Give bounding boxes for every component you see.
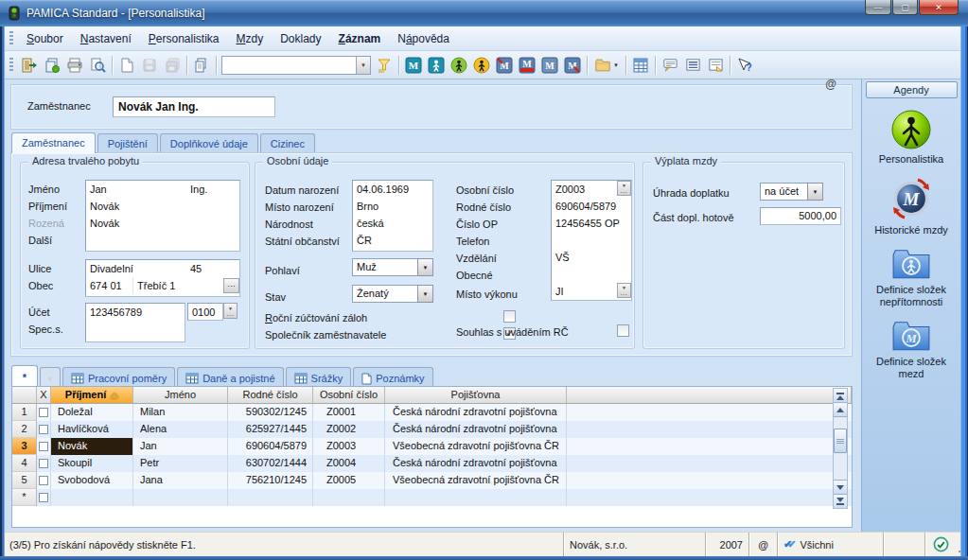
- row-number[interactable]: 2: [12, 421, 37, 438]
- rozena-field[interactable]: Novák: [90, 215, 239, 232]
- tab-cizinec[interactable]: Cizinec: [260, 133, 315, 153]
- firstname-cell[interactable]: [133, 489, 228, 506]
- sidebar-item-definice-slozek-mezd[interactable]: M Definice složek mezd: [864, 319, 959, 380]
- scroll-up-button[interactable]: [834, 403, 847, 417]
- minimize-button[interactable]: —: [865, 0, 891, 15]
- status-year[interactable]: 2007: [705, 533, 748, 556]
- copy-button[interactable]: [190, 54, 213, 77]
- insurer-cell[interactable]: Česká národní zdravotní pojišťovna: [385, 404, 567, 421]
- row-number[interactable]: 3: [12, 438, 37, 455]
- personalnum-cell[interactable]: Z0005: [313, 472, 385, 489]
- agendy-header-button[interactable]: Agendy: [866, 81, 958, 98]
- dropdown-button[interactable]: ▼: [417, 258, 433, 276]
- row-number[interactable]: 5: [12, 472, 37, 489]
- row-number[interactable]: *: [12, 489, 37, 506]
- employee-teal-button[interactable]: [425, 54, 448, 77]
- table-row[interactable]: 4 Skoupil Petr 630702/1444 Z0004 Česká n…: [12, 455, 852, 472]
- firstname-cell[interactable]: Jana: [133, 472, 228, 489]
- stav-dropdown[interactable]: Ženatý ▼: [352, 285, 433, 303]
- exit-button[interactable]: [18, 54, 41, 77]
- misto-field[interactable]: Brno: [357, 198, 432, 215]
- scroll-last-button[interactable]: [834, 494, 847, 508]
- person-active-button[interactable]: [448, 54, 470, 77]
- filter-button[interactable]: [373, 54, 396, 77]
- table-scrollbar[interactable]: [833, 388, 848, 509]
- insurer-cell[interactable]: [385, 489, 567, 506]
- tab-doplnkove-udaje[interactable]: Doplňkové údaje: [160, 133, 258, 153]
- vzdelani-field[interactable]: VŠ: [555, 249, 631, 266]
- cislo-op-field[interactable]: 12456455 OP: [555, 215, 631, 232]
- personalnum-cell[interactable]: Z0004: [313, 455, 385, 472]
- souhlas-checkbox[interactable]: [617, 324, 629, 337]
- new-record-button[interactable]: [115, 54, 138, 77]
- tab-srazky[interactable]: Srážky: [286, 367, 352, 386]
- surname-cell-selected[interactable]: Novák: [51, 438, 133, 455]
- print-preview-button[interactable]: [86, 54, 109, 77]
- row-select-cell[interactable]: [37, 404, 51, 421]
- pohlavi-value[interactable]: Muž: [352, 258, 417, 276]
- menu-nastaveni[interactable]: Nastavení: [72, 28, 140, 49]
- comment-button[interactable]: [659, 54, 681, 77]
- uhrada-value[interactable]: na účet: [760, 183, 807, 201]
- table-row[interactable]: 5 Svobodová Jana 756210/1245 Z0005 Všeob…: [12, 472, 852, 489]
- row-select-cell[interactable]: [37, 421, 51, 438]
- wage-doc-4-button[interactable]: M: [561, 54, 584, 77]
- surname-cell[interactable]: Svobodová: [51, 472, 133, 489]
- datum-field[interactable]: 04.06.1969: [357, 181, 432, 198]
- search-combobox-value[interactable]: [222, 57, 356, 74]
- print-button[interactable]: [63, 54, 86, 77]
- header-jmeno[interactable]: Jméno: [133, 387, 228, 404]
- menu-napoveda[interactable]: Nápověda: [389, 28, 458, 49]
- obecne-field[interactable]: [555, 266, 631, 283]
- context-help-button[interactable]: ?: [733, 54, 756, 77]
- titul-field[interactable]: Ing.: [190, 181, 239, 198]
- header-x[interactable]: X: [37, 387, 51, 404]
- scrollbar-track[interactable]: [834, 417, 847, 480]
- birthnum-cell[interactable]: 690604/5879: [228, 438, 313, 455]
- birthnum-cell[interactable]: 590302/1245: [228, 404, 313, 421]
- firstname-cell[interactable]: Jan: [133, 438, 228, 455]
- osobni-cislo-field[interactable]: Z0003: [555, 181, 617, 198]
- row-checkbox[interactable]: [39, 459, 48, 468]
- wage-doc-2-button[interactable]: M: [516, 54, 538, 77]
- uhrada-dropdown[interactable]: na účet ▼: [760, 183, 823, 201]
- dalsi-field[interactable]: [90, 232, 239, 249]
- firstname-cell[interactable]: Petr: [133, 455, 228, 472]
- notes-list-button[interactable]: [681, 54, 704, 77]
- misto-vykonu-field[interactable]: JI: [555, 283, 617, 300]
- open-agenda-button[interactable]: ▼: [590, 54, 623, 77]
- narodnost-field[interactable]: česká: [357, 215, 432, 232]
- sidebar-item-definice-slozek-nepritomnosti[interactable]: Definice složek nepřítomnosti: [864, 247, 959, 308]
- search-combobox[interactable]: ▼: [221, 56, 371, 75]
- scroll-down-button[interactable]: [834, 480, 847, 494]
- osobni-picker-button[interactable]: ▼…: [617, 181, 631, 196]
- telefon-field[interactable]: [555, 232, 631, 249]
- toolbar-grip[interactable]: [9, 58, 13, 73]
- wages-button[interactable]: M: [402, 54, 425, 77]
- save-all-button[interactable]: [161, 54, 184, 77]
- ucet-field[interactable]: 123456789: [90, 304, 185, 321]
- header-osobni-cislo[interactable]: Osobní číslo: [313, 387, 385, 404]
- menu-soubor[interactable]: Soubor: [18, 28, 72, 49]
- psc-field[interactable]: 674 01: [90, 277, 133, 294]
- scroll-first-button[interactable]: [834, 389, 847, 403]
- ulice-field[interactable]: Divadelní: [90, 260, 190, 277]
- surname-cell[interactable]: [51, 489, 133, 506]
- menu-personalistika[interactable]: Personalistika: [140, 28, 228, 49]
- status-filter[interactable]: ✔✔ Všichni: [777, 533, 883, 556]
- row-select-cell[interactable]: [37, 455, 51, 472]
- header-pojistovna[interactable]: Pojišťovna: [385, 387, 567, 404]
- records-button[interactable]: [41, 54, 63, 77]
- table-row-selected[interactable]: 3 Novák Jan 690604/5879 Z0003 Všeobecná …: [12, 438, 852, 455]
- dropdown-button[interactable]: ▼: [807, 183, 823, 201]
- birthnum-cell[interactable]: 630702/1444: [228, 455, 313, 472]
- row-select-cell[interactable]: [37, 472, 51, 489]
- birthnum-cell[interactable]: 625927/1445: [228, 421, 313, 438]
- cislo-domu-field[interactable]: 45: [190, 260, 239, 277]
- surname-cell[interactable]: Skoupil: [51, 455, 133, 472]
- insurer-cell[interactable]: Všeobecná zdravotní pojišťovna ČR: [385, 438, 567, 455]
- row-checkbox[interactable]: [39, 476, 48, 485]
- rodne-cislo-field[interactable]: 690604/5879: [555, 198, 631, 215]
- row-checkbox[interactable]: [39, 442, 48, 451]
- obec-lookup-button[interactable]: …: [223, 278, 239, 293]
